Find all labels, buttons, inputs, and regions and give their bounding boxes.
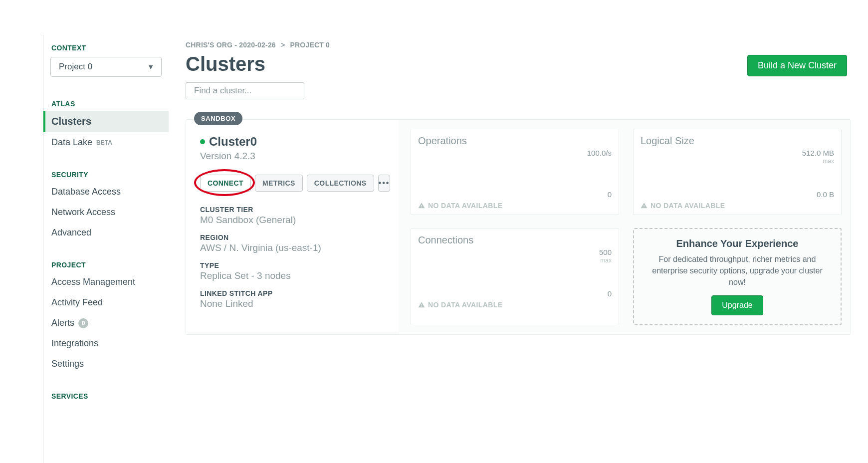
no-data-label: NO DATA AVAILABLE	[641, 202, 834, 210]
chart-operations: Operations 100.0/s 0 NO DATA AVAILABLE	[411, 129, 619, 215]
chart-logical-size: Logical Size 512.0 MB max 0.0 B NO DATA …	[633, 129, 842, 215]
no-data-text: NO DATA AVAILABLE	[651, 202, 725, 210]
no-data-text: NO DATA AVAILABLE	[428, 301, 502, 309]
breadcrumb-org[interactable]: CHRIS'S ORG - 2020-02-26	[186, 41, 276, 49]
cluster-charts: Operations 100.0/s 0 NO DATA AVAILABLE L…	[399, 120, 851, 334]
sidebar-item-settings[interactable]: Settings	[43, 354, 169, 374]
sidebar-item-advanced[interactable]: Advanced	[43, 223, 169, 243]
chart-max: 100.0/s	[587, 149, 612, 157]
sidebar-item-label: Access Management	[51, 277, 135, 287]
cluster-version: Version 4.2.3	[200, 151, 390, 162]
breadcrumb-sep: >	[281, 41, 285, 49]
sidebar-item-access-management[interactable]: Access Management	[43, 272, 169, 292]
chart-min: 0	[608, 190, 612, 199]
chart-max-sub: max	[600, 257, 612, 264]
status-dot-icon	[200, 139, 205, 144]
no-data-text: NO DATA AVAILABLE	[428, 202, 502, 210]
chart-max-sub: max	[823, 158, 834, 165]
warning-icon	[418, 301, 425, 308]
chart-title: Operations	[418, 135, 612, 147]
alert-count-badge: 0	[78, 318, 88, 328]
chart-body: 500 max 0	[418, 248, 612, 298]
chart-min: 0	[608, 289, 612, 298]
sidebar-item-label: Network Access	[51, 207, 115, 218]
breadcrumb-project[interactable]: PROJECT 0	[290, 41, 330, 49]
region-value: AWS / N. Virginia (us-east-1)	[200, 242, 390, 253]
collections-button[interactable]: COLLECTIONS	[307, 175, 374, 192]
upgrade-box: Enhance Your Experience For dedicated th…	[633, 228, 842, 325]
warning-icon	[641, 202, 648, 209]
metrics-button[interactable]: METRICS	[255, 175, 303, 192]
sidebar: CONTEXT Project 0 ▼ ATLAS Clusters Data …	[43, 35, 169, 463]
sidebar-item-data-lake[interactable]: Data Lake BETA	[43, 132, 169, 153]
sidebar-item-clusters[interactable]: Clusters	[43, 111, 169, 132]
chart-title: Connections	[418, 234, 612, 246]
breadcrumb: CHRIS'S ORG - 2020-02-26 > PROJECT 0	[186, 41, 851, 49]
no-data-label: NO DATA AVAILABLE	[418, 301, 612, 309]
warning-icon	[418, 202, 425, 209]
upgrade-text: For dedicated throughput, richer metrics…	[644, 253, 831, 288]
sidebar-item-database-access[interactable]: Database Access	[43, 182, 169, 202]
caret-down-icon: ▼	[147, 63, 154, 71]
chart-max: 500	[599, 248, 612, 256]
main-content: CHRIS'S ORG - 2020-02-26 > PROJECT 0 Clu…	[169, 35, 868, 463]
sidebar-item-label: Database Access	[51, 187, 121, 197]
stitch-value: None Linked	[200, 298, 390, 309]
connect-button[interactable]: CONNECT	[200, 175, 251, 192]
cluster-name[interactable]: Cluster0	[209, 135, 257, 149]
section-label-atlas: ATLAS	[43, 91, 169, 111]
search-input[interactable]	[194, 86, 300, 96]
region-label: REGION	[200, 233, 390, 241]
sidebar-item-label: Advanced	[51, 228, 91, 238]
sidebar-item-integrations[interactable]: Integrations	[43, 333, 169, 354]
type-value: Replica Set - 3 nodes	[200, 270, 390, 281]
sandbox-badge: SANDBOX	[194, 112, 242, 125]
chart-title: Logical Size	[641, 135, 834, 147]
sidebar-item-activity-feed[interactable]: Activity Feed	[43, 292, 169, 313]
sidebar-item-label: Clusters	[51, 116, 91, 127]
section-label-project: PROJECT	[43, 252, 169, 272]
sidebar-item-alerts[interactable]: Alerts 0	[43, 313, 169, 333]
type-label: TYPE	[200, 261, 390, 269]
sidebar-item-label: Settings	[51, 359, 84, 369]
chart-max: 512.0 MB	[802, 149, 834, 157]
section-label-security: SECURITY	[43, 162, 169, 182]
sidebar-item-label: Integrations	[51, 338, 98, 349]
tier-value: M0 Sandbox (General)	[200, 215, 390, 226]
project-select-value: Project 0	[59, 62, 92, 72]
cluster-info: Cluster0 Version 4.2.3 CONNECT METRICS C…	[186, 120, 399, 334]
chart-min: 0.0 B	[817, 190, 834, 199]
chart-connections: Connections 500 max 0 NO DATA AVAILABLE	[411, 228, 619, 325]
upgrade-button[interactable]: Upgrade	[711, 295, 763, 315]
chart-body: 512.0 MB max 0.0 B	[641, 149, 834, 199]
sidebar-item-label: Activity Feed	[51, 297, 103, 308]
sidebar-item-label: Data Lake	[51, 137, 92, 148]
build-new-cluster-button[interactable]: Build a New Cluster	[747, 55, 847, 76]
cluster-card: SANDBOX Cluster0 Version 4.2.3 CONNECT M…	[186, 119, 851, 335]
upgrade-title: Enhance Your Experience	[676, 238, 799, 249]
stitch-label: LINKED STITCH APP	[200, 289, 390, 297]
no-data-label: NO DATA AVAILABLE	[418, 202, 612, 210]
sidebar-item-label: Alerts	[51, 318, 74, 328]
chart-body: 100.0/s 0	[418, 149, 612, 199]
search-wrap[interactable]	[186, 82, 304, 99]
tier-label: CLUSTER TIER	[200, 206, 390, 214]
project-select[interactable]: Project 0 ▼	[50, 57, 162, 77]
sidebar-item-network-access[interactable]: Network Access	[43, 202, 169, 223]
beta-badge: BETA	[96, 139, 112, 146]
section-label-services: SERVICES	[43, 383, 169, 403]
context-label: CONTEXT	[43, 35, 169, 55]
more-button[interactable]: •••	[378, 175, 391, 192]
